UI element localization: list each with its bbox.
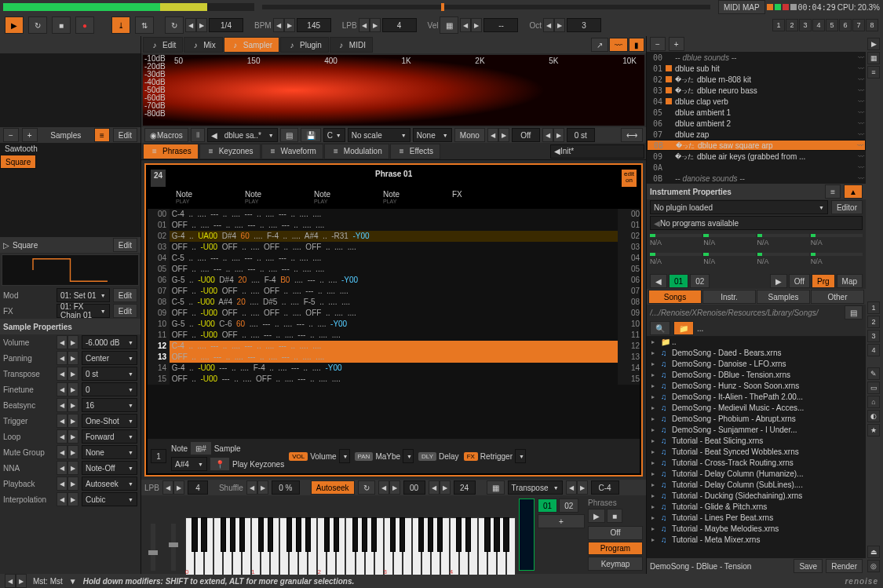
black-key[interactable]	[503, 517, 509, 552]
oct-spinner[interactable]: ◀▶	[543, 18, 565, 32]
vel-keyboard-icon[interactable]: ▦	[440, 16, 458, 34]
expand-icon[interactable]: ▸	[651, 525, 658, 532]
instrument-row[interactable]: 0B-- danoise sounds --〰	[647, 173, 866, 184]
pattern-spinner[interactable]: ◀▶	[185, 18, 207, 32]
phrase-program-button[interactable]: Program	[588, 542, 643, 556]
plugin-editor-button[interactable]: Editor	[831, 200, 863, 214]
record-button[interactable]: ●	[75, 16, 94, 34]
remove-sample-button[interactable]: −	[3, 128, 19, 142]
instrument-list[interactable]: 00-- dblue sounds --〰01dblue sub hit〰02�…	[647, 52, 866, 184]
key-select[interactable]: C▼	[323, 128, 345, 142]
sample-list[interactable]: SawtoothSquare	[0, 143, 140, 237]
black-key[interactable]	[221, 517, 226, 552]
tab-edit[interactable]: ♪Edit	[143, 37, 183, 53]
pos2-spinner[interactable]: ◀▶	[429, 480, 451, 495]
lpb-spinner[interactable]: ◀▶	[359, 18, 381, 32]
phrase-row[interactable]: 11 OFF .. -U00 OFF .. .... --- .. .... -…	[148, 330, 640, 341]
black-key[interactable]	[465, 517, 471, 552]
pos1-spinner[interactable]: ◀▶	[378, 480, 400, 495]
edit-mode-badge[interactable]: editon	[622, 170, 637, 187]
macro-slider[interactable]: N/A	[757, 253, 809, 270]
keyboard-icon[interactable]: ▦	[487, 480, 505, 495]
rail-play-icon[interactable]: ▶	[867, 38, 880, 50]
loop-button[interactable]: ↻	[28, 16, 47, 34]
macro-slot-02[interactable]: 02	[690, 274, 710, 288]
browser-item[interactable]: ▸♫DemoSong - Phobium - Abrupt.xrns	[647, 413, 866, 424]
dly-tag[interactable]: DLY	[418, 452, 436, 461]
loop-icon[interactable]: ↻	[358, 480, 375, 495]
black-key[interactable]	[456, 517, 462, 552]
expand-icon[interactable]: ▸	[651, 503, 658, 510]
instrument-row[interactable]: 03�ったdblue neuro bass〰	[647, 85, 866, 96]
fx-tag[interactable]: FX	[464, 452, 478, 461]
editor-tab-effects[interactable]: ≡Effects	[390, 144, 440, 159]
pos1-value[interactable]: 00	[403, 480, 425, 495]
glide-value[interactable]: Off	[512, 128, 540, 142]
prop-value[interactable]: Note-Off▼	[82, 461, 137, 475]
phrase-play-button[interactable]: ▶	[588, 509, 605, 523]
view-preset-7[interactable]: 7	[852, 19, 865, 31]
midi-map-button[interactable]: MIDI MAP	[718, 0, 765, 14]
editor-tab-waveform[interactable]: ≡Waveform	[261, 144, 323, 159]
editor-tab-phrases[interactable]: ≡Phrases	[143, 144, 199, 159]
tab-midi[interactable]: ♪MIDI	[330, 37, 373, 53]
expand-icon[interactable]: ▸	[651, 448, 658, 455]
phrase-slot-01[interactable]: 01	[538, 499, 557, 513]
instrument-row[interactable]: 07dblue zap〰	[647, 129, 866, 140]
plugin-select[interactable]: No plugin loaded▼	[650, 200, 828, 214]
black-key[interactable]	[258, 517, 264, 552]
prop-spinner[interactable]: ◀▶	[57, 492, 78, 506]
transpose2-spinner[interactable]: ◀▶	[566, 480, 588, 495]
instrument-row[interactable]: 02�ったdblue rn-808 kit〰	[647, 74, 866, 85]
pin-icon[interactable]: 📍	[210, 457, 230, 471]
browser-item[interactable]: ▸♫Tutorial - Ducking (Sidechaining).xrns	[647, 490, 866, 501]
rail-list-icon[interactable]: ≡	[867, 66, 880, 79]
mod-select[interactable]: 01: Set 01▼	[57, 288, 110, 302]
prop-value[interactable]: Cubic▼	[82, 492, 137, 506]
macro-slider[interactable]: N/A	[811, 234, 863, 251]
phrase-keymap-button[interactable]: Keymap	[588, 557, 643, 571]
expand-icon[interactable]: ▸	[651, 459, 658, 466]
view-preset-8[interactable]: 8	[866, 19, 878, 31]
vfader-1[interactable]	[151, 524, 155, 571]
phrase-row[interactable]: 06 G-5 .. -U00 D#4 20 .... F-4 B0 .... -…	[148, 275, 640, 286]
rail-pencil-icon[interactable]: ✎	[867, 367, 880, 380]
bars-icon[interactable]: ⦀	[191, 128, 205, 142]
prop-spinner[interactable]: ◀▶	[57, 461, 78, 475]
rail-folder-icon[interactable]: ▭	[867, 382, 880, 394]
scale-select[interactable]: No scale▼	[348, 128, 410, 142]
phrase-row[interactable]: 07 OFF .. -U00 OFF .. .... OFF .. .... -…	[148, 286, 640, 297]
browser-item[interactable]: ▸♫Tutorial - Delay Column (SubLines)....	[647, 479, 866, 490]
prop-value[interactable]: 0▼	[82, 382, 137, 396]
folder-icon[interactable]: 📁	[673, 321, 694, 335]
rail-3[interactable]: 3	[867, 330, 880, 342]
expand-icon[interactable]: ▸	[651, 536, 658, 543]
expand-icon[interactable]: ▸	[651, 437, 658, 444]
phrase-row[interactable]: 00 C-4 .. .... --- .. .... --- .. .... -…	[148, 209, 640, 220]
step-value[interactable]: 1	[151, 449, 166, 463]
lpb2-spinner[interactable]: ◀▶	[162, 480, 184, 495]
collapse-icon[interactable]: ⟷	[621, 128, 643, 142]
shuffle-spinner[interactable]: ◀▶	[246, 480, 268, 495]
macro-map-button[interactable]: Map	[837, 274, 863, 288]
fx-select[interactable]: 01: FX Chain 01▼	[57, 304, 110, 318]
phrase-row[interactable]: 04 C-5 .. .... --- .. .... --- .. .... -…	[148, 253, 640, 264]
samples-edit-button[interactable]: Edit	[113, 128, 137, 142]
instrument-row[interactable]: 01dblue sub hit〰	[647, 63, 866, 74]
browser-item[interactable]: ▸♫DemoSong - Danoise - LFO.xrns	[647, 358, 866, 369]
prop-value[interactable]: Center▼	[82, 351, 137, 365]
browser-item[interactable]: ▸♫DemoSong - Medievil Music - Acces...	[647, 402, 866, 413]
glide-spinner[interactable]: ◀▶	[487, 128, 509, 142]
black-key[interactable]	[390, 517, 396, 552]
tab-sampler[interactable]: ♪Sampler	[224, 37, 279, 53]
rail-2[interactable]: 2	[867, 316, 880, 328]
phrase-stop-button[interactable]: ■	[607, 509, 622, 523]
view-mode-1[interactable]: 〰	[609, 38, 628, 52]
macro-slider[interactable]: N/A	[703, 234, 755, 251]
macro-prg-button[interactable]: Prg	[812, 274, 835, 288]
rail-star-icon[interactable]: ★	[867, 424, 880, 436]
rail-grid-icon[interactable]: ▦	[867, 52, 880, 64]
phrase-row[interactable]: 14 G-4 .. -U00 --- .. .... F-4 .. .... -…	[148, 363, 640, 374]
browser-item[interactable]: ▸♫DemoSong - DBlue - Tension.xrns	[647, 369, 866, 380]
black-key[interactable]	[371, 517, 377, 552]
